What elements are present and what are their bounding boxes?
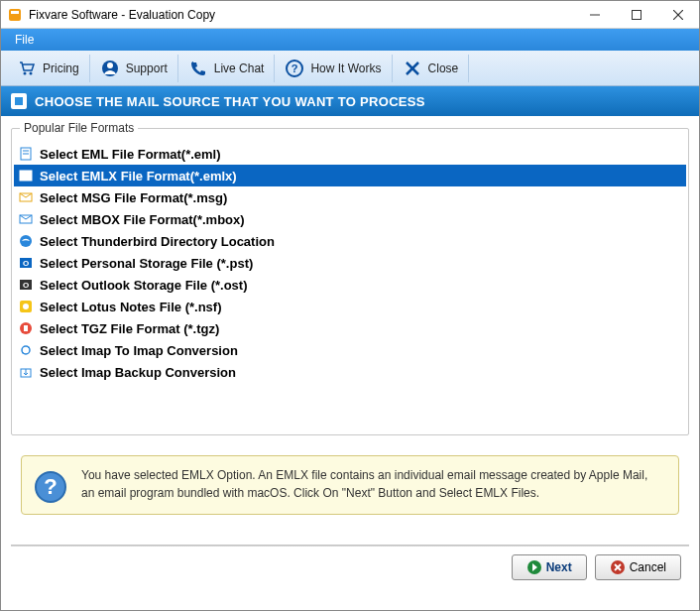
maximize-button[interactable] <box>616 1 657 29</box>
pricing-label: Pricing <box>43 61 79 75</box>
list-item-imap-to-imap[interactable]: Select Imap To Imap Conversion <box>14 339 686 361</box>
close-window-button[interactable] <box>657 1 699 29</box>
sync-icon <box>18 342 34 358</box>
svg-point-22 <box>20 235 32 247</box>
phone-icon <box>188 59 208 78</box>
item-label: Select Outlook Storage File (*.ost) <box>40 278 247 293</box>
list-item-msg[interactable]: Select MSG File Format(*.msg) <box>14 186 686 208</box>
support-label: Support <box>126 61 168 75</box>
file-icon <box>18 146 34 162</box>
item-label: Select EML File Format(*.eml) <box>40 147 221 162</box>
svg-rect-30 <box>24 325 28 331</box>
outlook-icon: O <box>18 277 34 293</box>
list-item-nsf[interactable]: Select Lotus Notes File (*.nsf) <box>14 296 686 317</box>
next-button[interactable]: Next <box>512 554 587 580</box>
groupbox-legend: Popular File Formats <box>20 121 138 135</box>
how-it-works-button[interactable]: ? How It Works <box>275 55 392 82</box>
svg-text:O: O <box>23 259 29 268</box>
window-title: Fixvare Software - Evaluation Copy <box>29 8 574 22</box>
thunderbird-icon <box>18 233 34 249</box>
svg-rect-3 <box>633 10 642 19</box>
menu-bar: File <box>1 29 699 51</box>
lotus-icon <box>18 299 34 314</box>
svg-rect-1 <box>11 11 19 14</box>
toolbar: Pricing Support Live Chat ? How It Works… <box>1 51 699 86</box>
content-area: Popular File Formats Select EML File For… <box>1 116 699 594</box>
cancel-label: Cancel <box>630 560 666 574</box>
menu-file[interactable]: File <box>7 31 42 49</box>
cancel-icon <box>610 559 626 575</box>
headset-icon <box>100 59 120 78</box>
list-item-thunderbird[interactable]: Select Thunderbird Directory Location <box>14 230 686 252</box>
footer-buttons: Next Cancel <box>11 554 689 588</box>
item-label: Select MBOX File Format(*.mbox) <box>40 212 245 227</box>
arrow-right-icon <box>526 559 542 575</box>
svg-text:O: O <box>23 281 29 290</box>
item-label: Select TGZ File Format (*.tgz) <box>40 321 219 336</box>
item-label: Select Personal Storage File (*.pst) <box>40 256 253 271</box>
list-item-tgz[interactable]: Select TGZ File Format (*.tgz) <box>14 317 686 339</box>
support-button[interactable]: Support <box>90 55 178 82</box>
list-item-imap-backup[interactable]: Select Imap Backup Conversion <box>14 361 686 383</box>
item-label: Select EMLX File Format(*.emlx) <box>40 169 237 183</box>
question-icon: ? <box>285 59 304 78</box>
page-icon <box>11 93 27 109</box>
svg-point-28 <box>23 304 29 309</box>
next-label: Next <box>546 560 572 574</box>
list-item-mbox[interactable]: Select MBOX File Format(*.mbox) <box>14 208 686 230</box>
item-label: Select Imap To Imap Conversion <box>40 343 238 358</box>
item-label: Select Imap Backup Conversion <box>40 365 236 380</box>
close-label: Close <box>428 61 459 75</box>
title-bar: Fixvare Software - Evaluation Copy <box>1 1 699 29</box>
file-formats-list: Select EML File Format(*.eml) Select EML… <box>14 143 686 383</box>
headline-text: CHOOSE THE MAIL SOURCE THAT YOU WANT TO … <box>35 94 425 109</box>
cancel-button[interactable]: Cancel <box>595 554 681 580</box>
svg-text:?: ? <box>292 62 298 74</box>
envelope-icon <box>18 211 34 227</box>
pricing-button[interactable]: Pricing <box>7 55 90 82</box>
info-panel: ? You have selected EMLX Option. An EMLX… <box>21 455 679 515</box>
svg-text:?: ? <box>44 474 57 499</box>
info-question-icon: ? <box>34 470 67 504</box>
svg-rect-0 <box>9 9 21 21</box>
envelope-icon <box>18 189 34 205</box>
headline-band: CHOOSE THE MAIL SOURCE THAT YOU WANT TO … <box>1 86 699 116</box>
cart-icon <box>17 59 37 78</box>
archive-icon <box>18 320 34 336</box>
file-icon <box>18 168 34 183</box>
item-label: Select Lotus Notes File (*.nsf) <box>40 300 221 314</box>
svg-point-6 <box>24 71 27 74</box>
item-label: Select Thunderbird Directory Location <box>40 234 275 249</box>
info-text: You have selected EMLX Option. An EMLX f… <box>81 466 662 502</box>
close-icon <box>403 59 422 78</box>
list-item-pst[interactable]: O Select Personal Storage File (*.pst) <box>14 252 686 274</box>
item-label: Select MSG File Format(*.msg) <box>40 190 227 205</box>
app-logo-icon <box>7 7 23 23</box>
svg-rect-18 <box>20 171 32 181</box>
outlook-icon: O <box>18 255 34 271</box>
list-item-eml[interactable]: Select EML File Format(*.eml) <box>14 143 686 165</box>
svg-rect-14 <box>15 97 23 105</box>
live-chat-label: Live Chat <box>214 61 265 75</box>
footer-separator <box>11 545 689 547</box>
how-it-works-label: How It Works <box>310 61 381 75</box>
list-item-ost[interactable]: O Select Outlook Storage File (*.ost) <box>14 274 686 296</box>
info-panel-wrap: ? You have selected EMLX Option. An EMLX… <box>11 445 689 525</box>
backup-icon <box>18 364 34 380</box>
list-item-emlx[interactable]: Select EMLX File Format(*.emlx) <box>14 165 686 186</box>
close-toolbar-button[interactable]: Close <box>393 55 470 82</box>
svg-point-7 <box>30 71 33 74</box>
minimize-button[interactable] <box>574 1 616 29</box>
svg-point-9 <box>107 62 113 68</box>
live-chat-button[interactable]: Live Chat <box>178 55 276 82</box>
file-formats-groupbox: Popular File Formats Select EML File For… <box>11 128 689 435</box>
